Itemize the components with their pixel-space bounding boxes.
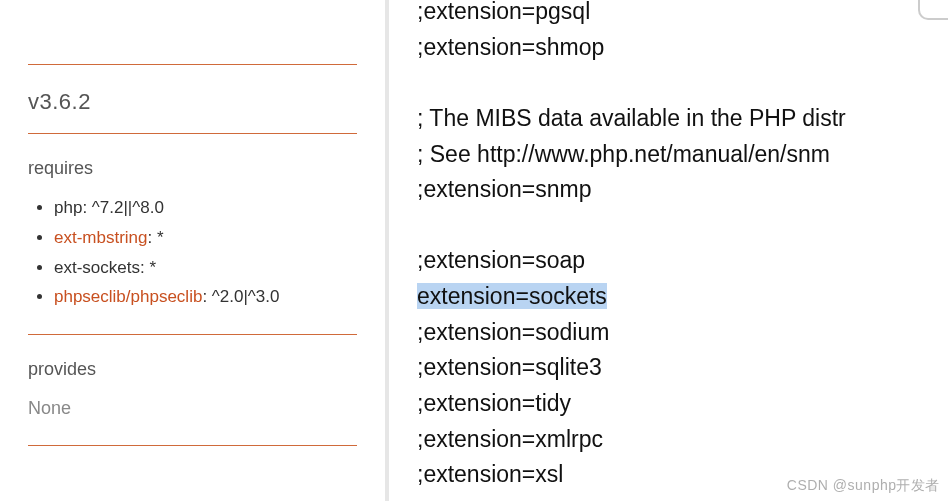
editor-line[interactable]: ;extension=snmp [417,172,948,208]
list-item: php: ^7.2||^8.0 [54,193,357,223]
req-constraint: : * [148,228,164,247]
req-name-link[interactable]: ext-mbstring [54,228,148,247]
requires-heading: requires [28,134,357,187]
editor-line[interactable]: ; The MIBS data available in the PHP dis… [417,101,948,137]
list-item: ext-sockets: * [54,253,357,283]
editor-line[interactable]: ;extension=tidy [417,386,948,422]
config-editor[interactable]: ;extension=pgsql;extension=shmop ; The M… [389,0,948,501]
provides-heading: provides [28,335,357,388]
list-item: ext-mbstring: * [54,223,357,253]
package-sidebar: v3.6.2 requires php: ^7.2||^8.0 ext-mbst… [0,0,385,501]
selected-text[interactable]: extension=sockets [417,283,607,309]
editor-line[interactable]: ;extension=shmop [417,30,948,66]
req-constraint: : * [140,258,156,277]
req-constraint: : ^2.0|^3.0 [202,287,279,306]
list-item: phpseclib/phpseclib: ^2.0|^3.0 [54,282,357,312]
watermark-text: CSDN @sunphp开发者 [787,475,940,497]
divider-line [28,445,357,446]
editor-line[interactable]: extension=sockets [417,279,948,315]
editor-line[interactable]: ; See http://www.php.net/manual/en/snm [417,137,948,173]
editor-line[interactable]: ;extension=pgsql [417,0,948,30]
req-name-link[interactable]: phpseclib/phpseclib [54,287,202,306]
version-label: v3.6.2 [28,89,91,114]
requires-list: php: ^7.2||^8.0 ext-mbstring: * ext-sock… [28,193,357,312]
provides-value: None [28,388,357,445]
editor-line[interactable] [417,65,948,101]
req-name: php [54,198,82,217]
editor-line[interactable]: ;extension=xmlrpc [417,422,948,458]
req-constraint: : ^7.2||^8.0 [82,198,164,217]
editor-line[interactable]: ;extension=sqlite3 [417,350,948,386]
editor-line[interactable]: ;extension=soap [417,243,948,279]
window-corner [918,0,948,20]
req-name: ext-sockets [54,258,140,277]
editor-line[interactable]: ;extension=sodium [417,315,948,351]
editor-line[interactable] [417,208,948,244]
